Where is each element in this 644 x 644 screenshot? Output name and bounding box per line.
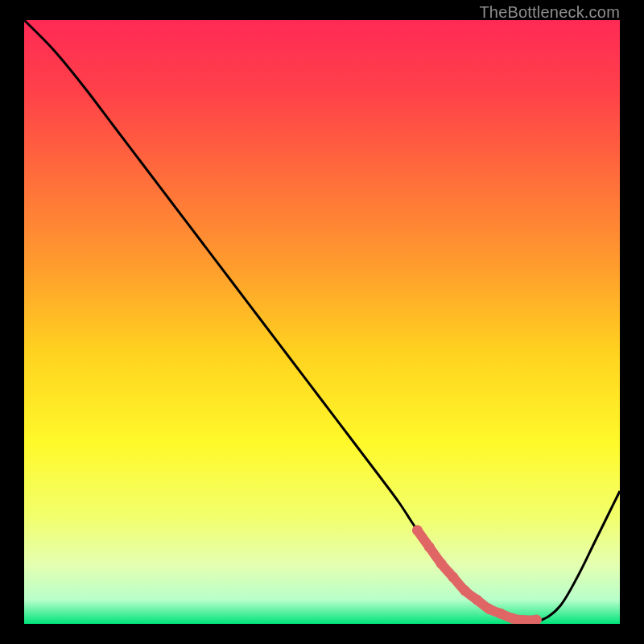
svg-point-1: [424, 542, 435, 552]
chart-svg: [24, 20, 620, 624]
chart-plot-area: [24, 20, 620, 624]
gradient-background: [24, 20, 620, 624]
svg-point-5: [472, 595, 482, 605]
svg-point-6: [484, 604, 494, 614]
svg-point-8: [507, 613, 518, 624]
svg-point-7: [496, 609, 506, 619]
svg-point-0: [412, 525, 423, 535]
chart-frame: TheBottleneck.com: [0, 0, 644, 644]
svg-point-3: [448, 572, 458, 582]
svg-point-2: [436, 559, 447, 569]
svg-point-4: [460, 585, 470, 596]
attribution-label: TheBottleneck.com: [479, 3, 620, 22]
